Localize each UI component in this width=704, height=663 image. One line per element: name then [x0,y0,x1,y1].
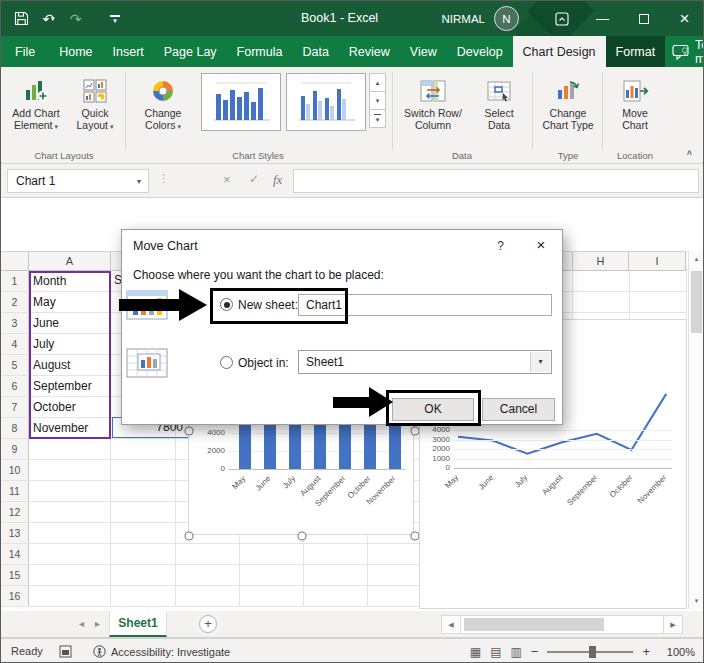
tab-chart-design[interactable]: Chart Design [513,36,606,67]
object-in-select[interactable]: Sheet1 ▾ [298,350,552,374]
vertical-scroll-thumb[interactable] [691,271,702,333]
sheet-nav-right-icon[interactable]: ▸ [95,618,100,629]
row-header[interactable]: 2 [1,292,29,312]
macro-record-icon[interactable] [59,645,72,660]
change-colors-button[interactable]: Change Colors▾ [129,71,197,132]
gallery-scroll-up-icon[interactable]: ▴ [369,73,386,92]
cell-column-a[interactable] [29,523,111,543]
name-box-dropdown-icon[interactable]: ▾ [137,171,141,193]
cell-column-a[interactable]: October [29,397,111,417]
customize-quick-access-icon[interactable]: ▾ [104,15,126,23]
sheet-tab-sheet1[interactable]: Sheet1 [109,611,167,637]
tab-home[interactable]: Home [49,36,102,67]
new-sheet-name-input[interactable] [298,294,552,316]
selection-handle[interactable] [185,532,194,541]
zoom-in-icon[interactable]: + [642,644,650,659]
dialog-help-button[interactable]: ? [497,239,504,253]
switch-row-column-button[interactable]: Switch Row/ Column [397,71,469,132]
close-button[interactable]: × [664,1,704,36]
column-header-i[interactable]: I [629,252,686,271]
cell-column-a[interactable]: May [29,292,111,312]
row-header[interactable]: 12 [1,502,29,522]
select-dropdown-icon[interactable]: ▾ [530,352,550,372]
cell-column-a[interactable] [29,502,111,522]
maximize-button[interactable] [623,1,664,36]
zoom-out-icon[interactable]: − [531,644,539,659]
column-header-h[interactable]: H [572,252,629,271]
tab-view[interactable]: View [400,36,447,67]
cancel-entry-icon[interactable]: × [223,172,231,187]
tab-formulas[interactable]: Formula [227,36,293,67]
tab-developer[interactable]: Develop [447,36,513,67]
row-header[interactable]: 1 [1,271,29,291]
scroll-up-icon[interactable]: ▴ [689,251,704,267]
cancel-button[interactable]: Cancel [482,398,555,421]
avatar[interactable]: N [494,6,519,31]
cell-column-a[interactable]: Month [29,271,111,291]
tab-data[interactable]: Data [292,36,338,67]
cell-column-a[interactable] [29,460,111,480]
horizontal-scrollbar[interactable]: ◀ ▶ [441,615,683,634]
row-header[interactable]: 16 [1,586,29,606]
cell-column-a[interactable]: November [29,418,111,438]
column-header-a[interactable]: A [29,252,111,271]
select-all-corner[interactable] [1,252,29,271]
row-header[interactable]: 11 [1,481,29,501]
scroll-down-icon[interactable]: ▾ [689,593,704,609]
gallery-more-icon[interactable]: ▾ [369,109,386,128]
quick-layout-button[interactable]: Quick Layout▾ [67,71,123,132]
ribbon-display-options-icon[interactable] [541,1,582,36]
page-break-view-icon[interactable]: ▥ [510,645,521,659]
row-header[interactable]: 5 [1,355,29,375]
row-header[interactable]: 3 [1,313,29,333]
tab-file[interactable]: File [1,36,49,67]
select-data-button[interactable]: Select Data [471,71,527,132]
sheet-nav-left-icon[interactable]: ◂ [79,618,84,629]
chart-style-thumbnail-2[interactable] [286,73,366,131]
zoom-level[interactable]: 100% [659,646,695,658]
new-sheet-radio[interactable] [220,298,233,311]
cell-column-a[interactable] [29,481,111,501]
cell-column-a[interactable]: July [29,334,111,354]
scroll-left-icon[interactable]: ◀ [441,615,461,634]
row-header[interactable]: 10 [1,460,29,480]
user-name[interactable]: NIRMAL [442,13,485,25]
row-header[interactable]: 7 [1,397,29,417]
vertical-scrollbar[interactable]: ▴ ▾ [688,251,704,609]
cell-column-a[interactable] [29,544,111,564]
cell-column-a[interactable] [29,565,111,585]
dialog-close-button[interactable]: × [524,233,558,256]
comment-icon[interactable] [672,44,689,63]
undo-icon[interactable]: ↶▾ [36,6,61,32]
minimize-button[interactable]: — [582,1,623,36]
name-box[interactable]: Chart 1 ▾ [7,169,149,193]
selection-handle[interactable] [298,532,307,541]
save-icon[interactable] [9,6,34,32]
horizontal-scroll-thumb[interactable] [464,618,604,631]
cell-column-a[interactable]: June [29,313,111,333]
row-header[interactable]: 4 [1,334,29,354]
new-sheet-button[interactable]: + [199,615,217,633]
tab-insert[interactable]: Insert [103,36,154,67]
change-chart-type-button[interactable]: Change Chart Type [537,71,599,132]
chart-style-thumbnail-1[interactable] [201,73,281,131]
object-in-radio[interactable] [220,356,233,369]
collapse-ribbon-icon[interactable]: ∧ [686,148,693,157]
selection-handle[interactable] [185,427,194,436]
gallery-scroll-down-icon[interactable]: ▾ [369,91,386,110]
tab-review[interactable]: Review [339,36,400,67]
move-chart-button[interactable]: Move Chart [607,71,663,132]
scroll-right-icon[interactable]: ▶ [663,615,683,634]
tab-format[interactable]: Format [606,36,666,67]
redo-icon[interactable]: ↷ [63,6,88,32]
formula-input[interactable] [293,169,699,193]
add-chart-element-button[interactable]: Add Chart Element▾ [5,71,67,132]
row-header[interactable]: 9 [1,439,29,459]
cell-column-a[interactable]: August [29,355,111,375]
row-header[interactable]: 15 [1,565,29,585]
normal-view-icon[interactable]: ▦ [470,645,481,659]
confirm-entry-icon[interactable]: ✓ [249,172,259,186]
zoom-slider[interactable] [547,651,633,653]
row-header[interactable]: 13 [1,523,29,543]
ok-button[interactable]: OK [392,398,474,421]
